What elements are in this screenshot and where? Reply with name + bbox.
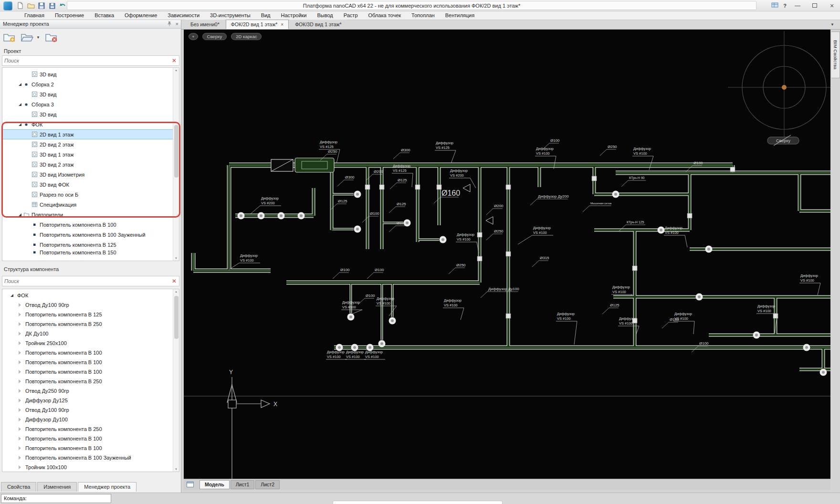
project-tree-item-7[interactable]: 2D вид 1 этаж	[2, 129, 179, 139]
component-tree-item-7[interactable]: Повторитель компонента В 100	[2, 348, 179, 357]
sheet-tab-3[interactable]: Лист2	[255, 480, 280, 489]
close-button[interactable]: ×	[826, 2, 838, 10]
menu-item-12[interactable]: Топоплан	[406, 11, 440, 20]
scroll-up-icon[interactable]: ▲	[173, 69, 179, 72]
restore-button[interactable]	[808, 2, 821, 9]
tree-expand-icon[interactable]	[19, 437, 21, 441]
project-tree-scrollbar[interactable]: ▲ ▼	[173, 68, 179, 261]
project-tree-item-15[interactable]: Повторители	[2, 210, 179, 220]
visual-style-button[interactable]: 2D каркас	[231, 33, 262, 40]
project-tree-item-13[interactable]: Разрез по оси Б	[2, 189, 179, 200]
tree-expand-icon[interactable]	[19, 313, 21, 316]
tree-expand-icon[interactable]	[19, 446, 21, 450]
sheet-tab-1[interactable]: Модель	[200, 480, 230, 489]
project-tree-item-18[interactable]: Повторитель компонента В 125	[2, 240, 179, 250]
component-tree-item-4[interactable]: Повторитель компонента В 250	[2, 319, 179, 329]
menu-item-8[interactable]: Настройки	[276, 11, 312, 20]
component-tree-item-17[interactable]: Повторитель компонента В 100	[2, 443, 179, 453]
component-tree-item-16[interactable]: Повторитель компонента В 100	[2, 434, 179, 443]
menu-item-1[interactable]: Главная	[19, 11, 50, 20]
component-tree-item-6[interactable]: Тройник 250х100	[2, 338, 179, 348]
component-tree-item-11[interactable]: Отвод Ду250 90гр	[2, 386, 179, 396]
menu-item-10[interactable]: Растр	[338, 11, 363, 20]
project-tree-item-6[interactable]: ФОК	[2, 119, 179, 129]
save-icon[interactable]	[37, 1, 45, 10]
tree-expand-icon[interactable]	[19, 408, 21, 412]
project-tree-item-12[interactable]: 3D вид ФОК	[2, 179, 179, 189]
tab-list-dropdown-icon[interactable]: ▼	[830, 22, 834, 27]
component-tree-item-10[interactable]: Повторитель компонента В 250	[2, 377, 179, 386]
menu-item-3[interactable]: Вставка	[89, 11, 119, 20]
connect-icon[interactable]	[771, 1, 778, 10]
component-tree-item-15[interactable]: Повторитель компонента В 250	[2, 424, 179, 434]
component-tree-item-1[interactable]: ФОК	[2, 291, 179, 300]
view-direction-button[interactable]: Сверху	[202, 33, 227, 40]
drawing-canvas[interactable]: +Сверху2D каркас ДиффузорVS #125Диффузор…	[184, 30, 830, 479]
menu-item-5[interactable]: Зависимости	[162, 11, 205, 20]
tree-expand-icon[interactable]	[19, 351, 21, 355]
scroll-down-icon[interactable]: ▼	[173, 257, 179, 260]
layout-icon[interactable]	[187, 482, 194, 487]
sheet-tab-2[interactable]: Лист1	[231, 480, 255, 489]
component-tree-item-12[interactable]: Диффузор Ду125	[2, 396, 179, 405]
tree-expand-icon[interactable]	[10, 294, 13, 297]
tree-expand-icon[interactable]	[19, 322, 21, 326]
tree-expand-icon[interactable]	[19, 379, 21, 383]
menu-item-2[interactable]: Построение	[50, 11, 89, 20]
search-clear-icon[interactable]: ✕	[172, 278, 177, 284]
tree-expand-icon[interactable]	[19, 360, 21, 364]
search-clear-icon[interactable]: ✕	[172, 57, 177, 64]
project-search-input[interactable]	[4, 56, 162, 65]
component-tree-item-3[interactable]: Повторитель компонента В 125	[2, 310, 179, 319]
menu-item-13[interactable]: Вентиляция	[440, 11, 480, 20]
scroll-down-icon[interactable]: ▼	[173, 468, 179, 471]
project-tree-item-10[interactable]: 3D вид 2 этаж	[2, 159, 179, 169]
viewport-menu-button[interactable]: +	[189, 33, 198, 40]
open-document-icon[interactable]	[27, 1, 35, 10]
project-tree-item-2[interactable]: Сборка 2	[2, 79, 179, 89]
save-all-icon[interactable]	[48, 1, 56, 10]
tree-expand-icon[interactable]	[19, 213, 21, 216]
pin-icon[interactable]	[167, 21, 172, 27]
project-tree-item-3[interactable]: 3D вид	[2, 89, 179, 99]
open-folder-icon[interactable]	[20, 31, 34, 44]
tree-expand-icon[interactable]	[19, 83, 21, 86]
tree-expand-icon[interactable]	[19, 303, 21, 307]
component-tree-item-13[interactable]: Отвод Ду100 90гр	[2, 405, 179, 415]
menu-item-6[interactable]: 3D-инструменты	[205, 11, 256, 20]
dock-tab-2[interactable]: Изменения	[37, 482, 77, 492]
tree-expand-icon[interactable]	[19, 341, 21, 345]
menu-item-7[interactable]: Вид	[256, 11, 276, 20]
scroll-up-icon[interactable]: ▲	[173, 290, 179, 293]
dock-tab-3[interactable]: Менеджер проекта	[78, 482, 136, 492]
panel-header[interactable]: Менеджер проекта ×	[0, 20, 181, 29]
menu-item-11[interactable]: Облака точек	[363, 11, 407, 20]
component-tree-scrollbar[interactable]: ▲ ▼	[173, 289, 179, 472]
tree-expand-icon[interactable]	[19, 456, 21, 460]
tree-expand-icon[interactable]	[19, 370, 21, 374]
document-tab-3[interactable]: ФОК/3D вид 1 этаж*	[290, 20, 347, 29]
menu-item-9[interactable]: Вывод	[312, 11, 338, 20]
undo-icon[interactable]	[58, 1, 66, 10]
tree-expand-icon[interactable]	[19, 123, 21, 126]
component-search-input[interactable]	[4, 277, 162, 285]
project-tree-item-19[interactable]: Повторитель компонента В 150	[2, 250, 179, 255]
project-tree-item-8[interactable]: 2D вид 2 этаж	[2, 139, 179, 149]
minimize-button[interactable]: —	[791, 2, 804, 9]
component-tree-item-14[interactable]: Диффузор Ду100	[2, 415, 179, 424]
tree-expand-icon[interactable]	[19, 427, 21, 431]
project-tree-item-1[interactable]: 3D вид	[2, 69, 179, 79]
new-document-icon[interactable]	[16, 1, 24, 10]
tree-expand-icon[interactable]	[19, 418, 21, 421]
document-tab-2[interactable]: ФОК/2D вид 1 этаж*×	[226, 20, 289, 29]
component-tree-item-8[interactable]: Повторитель компонента В 100	[2, 357, 179, 367]
menu-item-4[interactable]: Оформление	[119, 11, 162, 20]
help-icon[interactable]: ?	[783, 3, 787, 9]
open-folder-dropdown-icon[interactable]: ▼	[36, 35, 40, 40]
tree-expand-icon[interactable]	[19, 389, 21, 393]
tab-close-icon[interactable]: ×	[281, 22, 284, 27]
tree-expand-icon[interactable]	[19, 103, 21, 106]
document-tab-1[interactable]: Без имени0*	[185, 20, 225, 29]
panel-close-icon[interactable]: ×	[176, 21, 178, 27]
project-tree-item-4[interactable]: Сборка 3	[2, 99, 179, 109]
